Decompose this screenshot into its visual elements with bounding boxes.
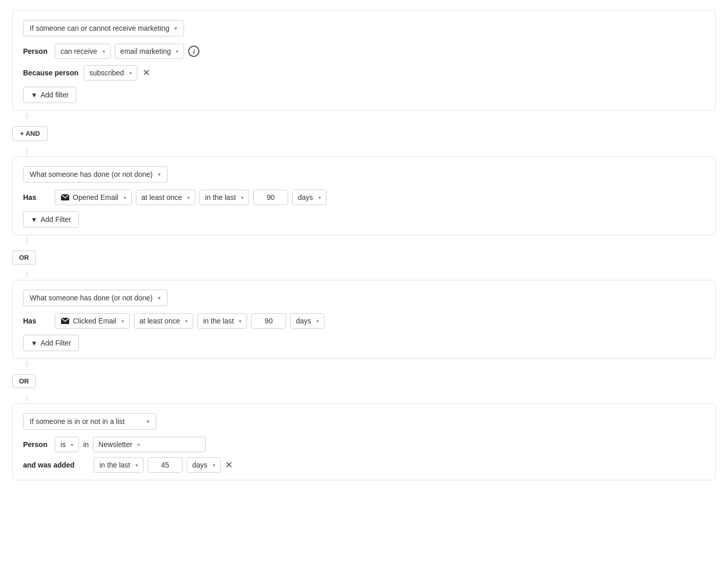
or-button-2[interactable]: OR — [12, 374, 36, 388]
is-value: is — [60, 440, 66, 449]
list-person-row: Person is ▾ in Newsletter ▾ — [23, 437, 705, 452]
marketing-type-chevron: ▾ — [176, 49, 178, 54]
receive-chevron: ▾ — [103, 49, 105, 54]
marketing-condition-dropdown[interactable]: If someone can or cannot receive marketi… — [23, 20, 184, 36]
because-label: Because person — [23, 69, 78, 77]
email-icon-2 — [60, 317, 70, 324]
add-filter-btn-1[interactable]: ▼ Add filter — [23, 87, 76, 103]
frequency-chevron-2: ▾ — [185, 318, 188, 324]
time-value-2: in the last — [203, 317, 234, 325]
what-done-chevron-1: ▾ — [158, 171, 161, 178]
marketing-type-select[interactable]: email marketing ▾ — [115, 44, 185, 59]
marketing-person-row: Person can receive ▾ email marketing ▾ i — [23, 44, 705, 59]
remove-added-btn[interactable]: ✕ — [225, 460, 233, 470]
or-top-line-1 — [27, 237, 27, 244]
days-input-1[interactable]: 90 — [253, 190, 288, 205]
frequency-value-2: at least once — [139, 317, 180, 325]
action-select-2[interactable]: Clicked Email ▾ — [55, 313, 130, 329]
filter-icon-3: ▼ — [31, 339, 37, 347]
list-condition-block: If someone is in or not in a list ▾ Pers… — [12, 403, 716, 480]
because-select[interactable]: subscribed ▾ — [84, 65, 137, 80]
or-label-1: OR — [19, 254, 29, 261]
person-label-2: Person — [23, 440, 49, 449]
and-top-line — [27, 113, 27, 119]
in-label: in — [83, 440, 89, 449]
marketing-condition-block: If someone can or cannot receive marketi… — [12, 10, 716, 111]
added-row: and was added in the last ▾ 45 days ▾ ✕ — [23, 457, 705, 473]
receive-value: can receive — [60, 47, 97, 55]
added-unit-chevron: ▾ — [213, 462, 215, 468]
action-value-1: Opened Email — [73, 193, 118, 201]
unit-value-1: days — [298, 193, 313, 201]
added-time-value: in the last — [99, 461, 130, 469]
action-chevron-2: ▾ — [122, 318, 124, 324]
marketing-condition-chevron: ▾ — [174, 25, 177, 32]
add-filter-label-2: Add Filter — [41, 215, 71, 224]
marketing-condition-label: If someone can or cannot receive marketi… — [30, 24, 169, 32]
or-button-1[interactable]: OR — [12, 251, 36, 265]
list-value: Newsletter — [98, 440, 132, 449]
and-bottom-line — [27, 148, 27, 154]
marketing-type-value: email marketing — [120, 47, 171, 55]
unit-value-2: days — [296, 317, 311, 325]
has-label-1: Has — [23, 193, 49, 201]
what-done-chevron-2: ▾ — [158, 295, 161, 301]
added-unit-value: days — [192, 461, 208, 469]
time-select-2[interactable]: in the last ▾ — [197, 313, 247, 329]
or-bottom-line-2 — [27, 395, 27, 401]
frequency-value-1: at least once — [141, 193, 182, 201]
clicked-email-row: Has Clicked Email ▾ at least once ▾ in t… — [23, 313, 705, 329]
or-bottom-line-1 — [27, 272, 27, 278]
email-icon-1 — [60, 194, 70, 201]
remove-because-btn[interactable]: ✕ — [143, 68, 150, 77]
list-chevron: ▾ — [137, 442, 140, 448]
list-condition-dropdown[interactable]: If someone is in or not in a list ▾ — [23, 413, 156, 430]
time-chevron-2: ▾ — [239, 318, 241, 324]
added-unit-select[interactable]: days ▾ — [187, 457, 221, 473]
added-time-chevron: ▾ — [135, 462, 138, 468]
list-select[interactable]: Newsletter ▾ — [93, 437, 206, 452]
unit-chevron-2: ▾ — [316, 318, 319, 324]
frequency-select-2[interactable]: at least once ▾ — [134, 313, 193, 329]
time-chevron-1: ▾ — [241, 195, 244, 200]
list-condition-chevron: ▾ — [147, 418, 150, 425]
time-value-1: in the last — [205, 193, 236, 201]
what-done-dropdown-2[interactable]: What someone has done (or not done) ▾ — [23, 290, 168, 306]
or-top-line-2 — [27, 361, 27, 367]
unit-select-1[interactable]: days ▾ — [292, 190, 327, 205]
because-value: subscribed — [89, 69, 124, 77]
frequency-chevron-1: ▾ — [187, 195, 190, 200]
person-label: Person — [23, 47, 49, 55]
or-connector-1: OR — [12, 237, 716, 278]
add-filter-label-3: Add Filter — [41, 339, 71, 347]
opened-email-block: What someone has done (or not done) ▾ Ha… — [12, 156, 716, 235]
what-done-label-1: What someone has done (or not done) — [30, 170, 153, 178]
days-input-2[interactable]: 90 — [251, 313, 286, 329]
what-done-dropdown-1[interactable]: What someone has done (or not done) ▾ — [23, 166, 168, 182]
filter-icon-2: ▼ — [31, 216, 37, 224]
action-select-1[interactable]: Opened Email ▾ — [55, 190, 132, 205]
because-chevron: ▾ — [129, 70, 132, 76]
add-filter-btn-3[interactable]: ▼ Add Filter — [23, 335, 79, 351]
add-filter-btn-2[interactable]: ▼ Add Filter — [23, 211, 79, 228]
unit-select-2[interactable]: days ▾ — [290, 313, 325, 329]
clicked-email-block: What someone has done (or not done) ▾ Ha… — [12, 280, 716, 359]
time-select-1[interactable]: in the last ▾ — [199, 190, 249, 205]
frequency-select-1[interactable]: at least once ▾ — [136, 190, 195, 205]
because-row: Because person subscribed ▾ ✕ — [23, 65, 705, 80]
and-label: + AND — [20, 130, 40, 137]
list-condition-label: If someone is in or not in a list — [30, 417, 125, 425]
add-filter-label-1: Add filter — [41, 91, 69, 99]
is-chevron: ▾ — [71, 442, 73, 448]
info-icon[interactable]: i — [188, 46, 199, 57]
or-connector-2: OR — [12, 361, 716, 401]
what-done-label-2: What someone has done (or not done) — [30, 294, 153, 302]
action-value-2: Clicked Email — [73, 317, 116, 325]
is-select[interactable]: is ▾ — [55, 437, 79, 452]
added-time-select[interactable]: in the last ▾ — [94, 457, 144, 473]
opened-email-row: Has Opened Email ▾ at least once ▾ in th… — [23, 190, 705, 205]
and-connector: + AND — [12, 113, 716, 154]
receive-select[interactable]: can receive ▾ — [55, 44, 111, 59]
and-button[interactable]: + AND — [12, 126, 48, 141]
added-days-input[interactable]: 45 — [148, 457, 183, 473]
